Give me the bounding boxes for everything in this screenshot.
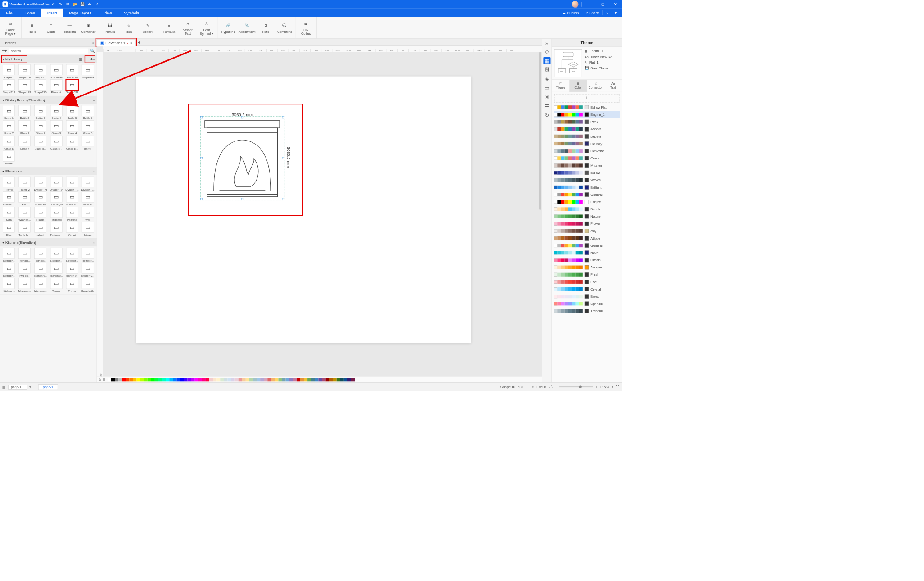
color-swatch[interactable] [260, 378, 264, 381]
color-swatch[interactable] [209, 378, 213, 381]
palette-row[interactable]: Decent [554, 133, 620, 140]
undo-icon[interactable]: ↶ [50, 0, 57, 8]
color-swatch[interactable] [322, 378, 325, 381]
menu-file[interactable]: File [0, 9, 18, 17]
fullscreen-icon[interactable]: ⛶ [549, 385, 553, 389]
redo-icon[interactable]: ↷ [57, 0, 64, 8]
color-swatch[interactable] [202, 378, 206, 381]
color-swatch[interactable] [140, 378, 144, 381]
color-swatch[interactable] [118, 378, 122, 381]
add-page-button[interactable]: + [34, 385, 36, 389]
rail-image-icon[interactable]: 🖼 [543, 66, 550, 73]
palette-row[interactable]: Live [554, 278, 620, 286]
ribbon-vector-button[interactable]: AVectorText [178, 17, 197, 39]
color-swatch[interactable] [213, 378, 216, 381]
open-icon[interactable]: 📂 [72, 0, 79, 8]
color-swatch[interactable] [325, 378, 329, 381]
rail-history-icon[interactable]: ↻ [543, 112, 550, 119]
zoom-out-button[interactable]: − [555, 385, 557, 389]
palette-row[interactable]: Engine [554, 198, 620, 205]
library-shape[interactable]: ▭Bottle 2 [17, 105, 32, 120]
ribbon-timeline-button[interactable]: ⟿Timeline [60, 17, 79, 39]
dining-room-header[interactable]: ▾ Dining Room (Elevation)× [0, 96, 97, 104]
rail-outline-icon[interactable]: ☰ [543, 102, 550, 109]
library-shape[interactable]: ▭Door Left [33, 191, 48, 206]
focus-target-icon[interactable]: ⌖ [532, 385, 534, 389]
color-swatch[interactable] [176, 378, 180, 381]
color-swatch[interactable] [289, 378, 293, 381]
library-shape[interactable]: ▭Sofa [1, 207, 17, 221]
selected-shape-fireplace[interactable] [202, 117, 284, 199]
color-swatch[interactable] [227, 378, 231, 381]
library-shape[interactable]: ▭Refriger... [1, 263, 17, 277]
ribbon-hyperlink-button[interactable]: 🔗Hyperlink [219, 17, 238, 39]
library-shape[interactable]: ▭Microwa... [17, 278, 32, 292]
ribbon-note-button[interactable]: 🗒Note [256, 17, 275, 39]
library-shape[interactable]: ▭Frame 2 [17, 177, 32, 191]
color-swatch[interactable] [111, 378, 115, 381]
publish-button[interactable]: ☁ Publish [560, 11, 581, 15]
close-library-icon[interactable]: × [93, 57, 95, 61]
color-swatch[interactable] [220, 378, 224, 381]
library-shape[interactable]: ▭Shape1... [1, 64, 17, 79]
library-shape[interactable]: ▭Fireplace [49, 207, 64, 221]
palette-row[interactable]: Tranquil [554, 307, 620, 314]
zoom-slider[interactable] [559, 386, 593, 387]
library-shape[interactable]: ▭kitchen v... [33, 263, 48, 277]
palette-row[interactable]: Novel [554, 249, 620, 256]
library-shape[interactable]: ▭Door Right [49, 191, 64, 206]
library-shape[interactable]: ▭Shape220 [33, 79, 48, 94]
library-shape[interactable]: ▭Shape1... [33, 64, 48, 79]
palette-row[interactable]: Nature [554, 213, 620, 220]
color-swatch[interactable] [311, 378, 315, 381]
library-shape[interactable]: ▭Bottle 3 [33, 105, 48, 120]
palette-row[interactable]: Crystal [554, 286, 620, 293]
color-swatch[interactable] [166, 378, 169, 381]
library-shape[interactable]: ▭Truner [64, 278, 80, 292]
library-shape[interactable]: ▭Divider - H [33, 177, 48, 191]
maximize-button[interactable]: ▢ [596, 0, 609, 9]
save-icon[interactable]: 💾 [79, 0, 86, 8]
close-library-icon[interactable]: × [93, 241, 95, 244]
user-avatar[interactable] [572, 1, 579, 8]
color-swatch[interactable] [133, 378, 136, 381]
palette-row[interactable]: Mission [554, 162, 620, 169]
color-swatch[interactable] [246, 378, 249, 381]
color-swatch[interactable] [297, 378, 300, 381]
color-swatch[interactable] [282, 378, 286, 381]
menu-view[interactable]: View [97, 9, 118, 17]
focus-label[interactable]: Focus [536, 385, 546, 389]
export-icon[interactable]: ↗ [93, 0, 100, 8]
palette-row[interactable]: Broad [554, 293, 620, 300]
theme-tab-theme[interactable]: ⬚Theme [552, 80, 569, 92]
palette-row[interactable]: Edraw Flat [554, 104, 620, 111]
library-shape[interactable]: ▭Turner [49, 278, 64, 292]
color-swatch[interactable] [137, 378, 140, 381]
ribbon-comment-button[interactable]: 💬Comment [275, 17, 294, 39]
rail-select-icon[interactable]: ◇ [543, 48, 550, 55]
theme-tab-color[interactable]: ▦Color [569, 80, 587, 92]
ribbon-font-button[interactable]: ÅFontSymbol ▾ [197, 17, 216, 39]
ribbon-qr-button[interactable]: ▩QRCodes [297, 17, 316, 39]
color-swatch[interactable] [264, 378, 267, 381]
palette-row[interactable]: Cross [554, 154, 620, 162]
color-swatch[interactable] [155, 378, 158, 381]
color-swatch[interactable] [148, 378, 151, 381]
save-theme-button[interactable]: 💾Save Theme [585, 66, 619, 70]
library-shape[interactable]: ▭Bottle 4 [49, 105, 64, 120]
color-swatch[interactable] [235, 378, 239, 381]
palette-row[interactable]: Sprinkle [554, 300, 620, 307]
menu-page-layout[interactable]: Page Layout [63, 9, 97, 17]
library-shape[interactable]: ▭Refriger... [49, 248, 64, 262]
palette-row[interactable]: General [554, 242, 620, 249]
library-shape[interactable]: ▭Refriger... [1, 248, 17, 262]
close-library-icon[interactable]: × [93, 98, 95, 102]
color-swatch[interactable] [257, 378, 260, 381]
library-shape[interactable]: ▭Barrel [1, 150, 17, 165]
palette-row[interactable]: Brilliant [554, 184, 620, 191]
library-shape[interactable]: ▭Intake [80, 222, 95, 236]
color-swatch[interactable] [129, 378, 133, 381]
ribbon-attachment-button[interactable]: 📎Attachment [238, 17, 257, 39]
library-shape[interactable]: ▭kitchen v... [49, 263, 64, 277]
fit-page-icon[interactable]: ⛶ [616, 385, 619, 389]
